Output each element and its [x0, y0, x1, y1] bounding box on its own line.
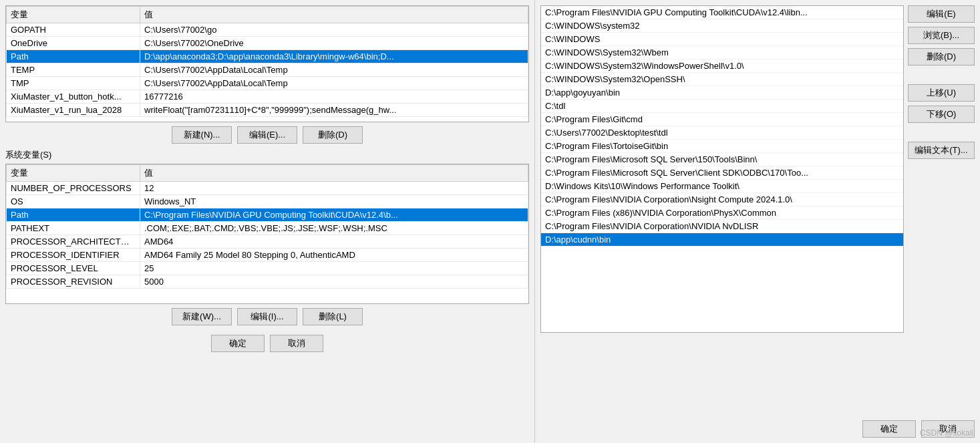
- path-list-item[interactable]: C:\Program Files\Git\cmd: [541, 113, 903, 126]
- user-vars-btn-row: 新建(N)... 编辑(E)... 删除(D): [5, 126, 529, 144]
- user-var-value: C:\Users\77002\AppData\Local\Temp: [140, 77, 528, 90]
- user-edit-btn[interactable]: 编辑(E)...: [237, 126, 297, 144]
- user-var-row[interactable]: XiuMaster_v1_button_hotk...16777216: [7, 90, 528, 104]
- path-list-item[interactable]: D:\Windows Kits\10\Windows Performance T…: [541, 180, 903, 193]
- path-list-item[interactable]: C:\WINDOWS\system32: [541, 19, 903, 33]
- sys-var-value: C:\Program Files\NVIDIA GPU Computing To…: [140, 208, 528, 222]
- user-var-value: C:\Users\77002\AppData\Local\Temp: [140, 63, 528, 77]
- user-var-row[interactable]: XiuMaster_v1_run_lua_2028writeFloat("[ra…: [7, 104, 528, 117]
- user-var-row[interactable]: TEMPC:\Users\77002\AppData\Local\Temp: [7, 63, 528, 77]
- path-list-item[interactable]: C:\Users\77002\Desktop\test\tdl: [541, 126, 903, 140]
- user-vars-table: 变量 值 GOPATHC:\Users\77002\goOneDriveC:\U…: [6, 6, 528, 117]
- sys-new-btn[interactable]: 新建(W)...: [172, 308, 232, 325]
- user-delete-btn[interactable]: 删除(D): [303, 126, 363, 144]
- user-var-value: C:\Users\77002\OneDrive: [140, 37, 528, 50]
- right-up-btn[interactable]: 上移(U): [908, 84, 975, 102]
- user-vars-table-container[interactable]: 变量 值 GOPATHC:\Users\77002\goOneDriveC:\U…: [5, 5, 529, 122]
- path-list-container[interactable]: C:\Program Files\NVIDIA GPU Computing To…: [540, 5, 904, 333]
- user-vars-col-val: 值: [140, 7, 528, 23]
- right-browse-btn[interactable]: 浏览(B)...: [908, 27, 975, 44]
- right-edit-text-btn[interactable]: 编辑文本(T)...: [908, 142, 975, 159]
- user-var-name: OneDrive: [7, 37, 140, 50]
- user-vars-col-var: 变量: [7, 7, 140, 23]
- user-var-row[interactable]: OneDriveC:\Users\77002\OneDrive: [7, 37, 528, 50]
- right-btn-col: 编辑(E) 浏览(B)... 删除(D) 上移(U) 下移(O) 编辑文本(T)…: [908, 5, 975, 414]
- sys-var-name: NUMBER_OF_PROCESSORS: [7, 182, 140, 195]
- path-list-item[interactable]: C:\Program Files\Microsoft SQL Server\15…: [541, 153, 903, 166]
- path-list-item[interactable]: C:\Program Files (x86)\NVIDIA Corporatio…: [541, 206, 903, 220]
- left-cancel-btn[interactable]: 取消: [270, 335, 323, 352]
- sys-var-value: Windows_NT: [140, 195, 528, 208]
- sys-var-value: 12: [140, 182, 528, 195]
- user-var-name: TEMP: [7, 63, 140, 77]
- user-var-name: Path: [7, 50, 140, 63]
- sys-vars-table-container[interactable]: 变量 值 NUMBER_OF_PROCESSORS12OSWindows_NTP…: [5, 164, 529, 304]
- sys-vars-col-val: 值: [140, 165, 528, 182]
- user-var-name: TMP: [7, 77, 140, 90]
- sys-var-name: OS: [7, 195, 140, 208]
- sys-var-value: 5000: [140, 275, 528, 289]
- user-var-value: D:\app\anaconda3;D:\app\anaconda3\Librar…: [140, 50, 528, 63]
- right-layout: C:\Program Files\NVIDIA GPU Computing To…: [540, 5, 975, 414]
- user-vars-section: 变量 值 GOPATHC:\Users\77002\goOneDriveC:\U…: [5, 5, 529, 144]
- sys-var-name: PROCESSOR_ARCHITECTURE: [7, 235, 140, 249]
- sys-vars-col-var: 变量: [7, 165, 140, 182]
- sys-var-name: PROCESSOR_LEVEL: [7, 262, 140, 275]
- user-var-row[interactable]: PathD:\app\anaconda3;D:\app\anaconda3\Li…: [7, 50, 528, 63]
- right-ok-btn[interactable]: 确定: [862, 420, 916, 438]
- user-var-name: XiuMaster_v1_button_hotk...: [7, 90, 140, 104]
- path-list-item[interactable]: C:\tdl: [541, 100, 903, 113]
- sys-var-name: PROCESSOR_IDENTIFIER: [7, 249, 140, 262]
- sys-var-name: PATHEXT: [7, 222, 140, 235]
- sys-var-row[interactable]: PROCESSOR_REVISION5000: [7, 275, 528, 289]
- right-down-btn[interactable]: 下移(O): [908, 106, 975, 123]
- path-list-item[interactable]: C:\Program Files\NVIDIA Corporation\NVID…: [541, 220, 903, 233]
- user-new-btn[interactable]: 新建(N)...: [172, 126, 232, 144]
- sys-var-row[interactable]: PathC:\Program Files\NVIDIA GPU Computin…: [7, 208, 528, 222]
- sys-var-row[interactable]: PATHEXT.COM;.EXE;.BAT;.CMD;.VBS;.VBE;.JS…: [7, 222, 528, 235]
- user-var-name: XiuMaster_v1_run_lua_2028: [7, 104, 140, 117]
- left-bottom-btn-row: 确定 取消: [5, 335, 529, 352]
- sys-var-row[interactable]: OSWindows_NT: [7, 195, 528, 208]
- path-list: C:\Program Files\NVIDIA GPU Computing To…: [541, 6, 903, 247]
- sys-vars-section: 系统变量(S) 变量 值 NUMBER_OF_PROCESSORS12OSWin…: [5, 149, 529, 325]
- sys-var-value: AMD64 Family 25 Model 80 Stepping 0, Aut…: [140, 249, 528, 262]
- path-list-item[interactable]: C:\WINDOWS\System32\OpenSSH\: [541, 73, 903, 86]
- path-list-item[interactable]: C:\WINDOWS: [541, 33, 903, 46]
- right-delete-btn[interactable]: 删除(D): [908, 48, 975, 65]
- watermark: CSDN @sokali: [920, 428, 973, 438]
- sys-delete-btn[interactable]: 删除(L): [303, 308, 363, 325]
- sys-var-row[interactable]: PROCESSOR_ARCHITECTUREAMD64: [7, 235, 528, 249]
- path-list-item[interactable]: C:\Program Files\NVIDIA Corporation\Nsig…: [541, 193, 903, 206]
- path-list-item[interactable]: D:\app\cudnn\bin: [541, 233, 903, 247]
- sys-var-value: .COM;.EXE;.BAT;.CMD;.VBS;.VBE;.JS;.JSE;.…: [140, 222, 528, 235]
- path-list-item[interactable]: C:\Program Files\TortoiseGit\bin: [541, 140, 903, 153]
- left-panel: 变量 值 GOPATHC:\Users\77002\goOneDriveC:\U…: [0, 0, 534, 443]
- sys-edit-btn[interactable]: 编辑(I)...: [237, 308, 297, 325]
- sys-vars-table: 变量 值 NUMBER_OF_PROCESSORS12OSWindows_NTP…: [6, 164, 528, 289]
- sys-var-value: 25: [140, 262, 528, 275]
- sys-var-row[interactable]: NUMBER_OF_PROCESSORS12: [7, 182, 528, 195]
- user-var-row[interactable]: TMPC:\Users\77002\AppData\Local\Temp: [7, 77, 528, 90]
- sys-var-name: Path: [7, 208, 140, 222]
- right-edit-btn[interactable]: 编辑(E): [908, 5, 975, 23]
- right-bottom-row: 确定 取消: [540, 420, 975, 438]
- sys-var-name: PROCESSOR_REVISION: [7, 275, 140, 289]
- sys-vars-btn-row: 新建(W)... 编辑(I)... 删除(L): [5, 308, 529, 325]
- path-list-item[interactable]: C:\WINDOWS\System32\Wbem: [541, 46, 903, 59]
- sys-var-value: AMD64: [140, 235, 528, 249]
- right-panel: C:\Program Files\NVIDIA GPU Computing To…: [534, 0, 980, 443]
- sys-vars-label: 系统变量(S): [5, 149, 529, 161]
- left-ok-btn[interactable]: 确定: [211, 335, 265, 352]
- sys-var-row[interactable]: PROCESSOR_IDENTIFIERAMD64 Family 25 Mode…: [7, 249, 528, 262]
- path-list-item[interactable]: C:\Program Files\NVIDIA GPU Computing To…: [541, 6, 903, 19]
- user-var-value: writeFloat("[ram07231110]+C*8","999999")…: [140, 104, 528, 117]
- path-list-item[interactable]: D:\app\goyuyan\bin: [541, 86, 903, 100]
- path-list-item[interactable]: C:\WINDOWS\System32\WindowsPowerShell\v1…: [541, 59, 903, 73]
- user-var-name: GOPATH: [7, 23, 140, 37]
- user-var-value: 16777216: [140, 90, 528, 104]
- sys-var-row[interactable]: PROCESSOR_LEVEL25: [7, 262, 528, 275]
- user-var-value: C:\Users\77002\go: [140, 23, 528, 37]
- path-list-item[interactable]: C:\Program Files\Microsoft SQL Server\Cl…: [541, 166, 903, 180]
- user-var-row[interactable]: GOPATHC:\Users\77002\go: [7, 23, 528, 37]
